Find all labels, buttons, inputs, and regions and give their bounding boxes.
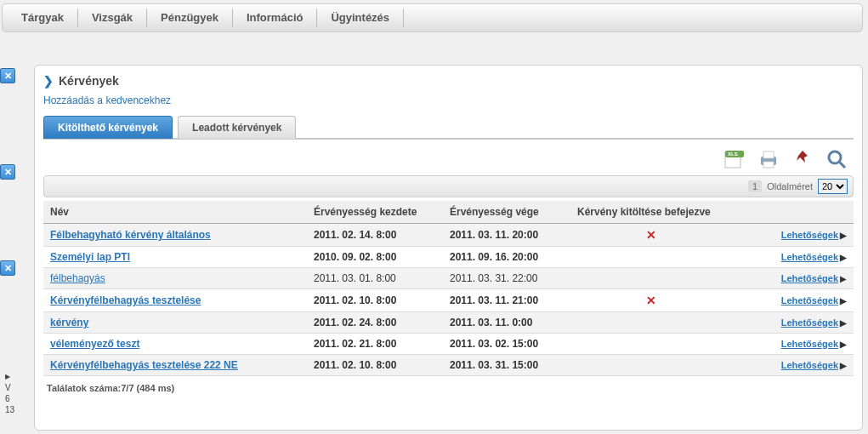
request-name-link[interactable]: Kérvényfélbehagyás tesztelése bbox=[50, 294, 201, 306]
pagesize-select[interactable]: 20 bbox=[818, 179, 848, 194]
main-menu: Tárgyak Vizsgák Pénzügyek Információ Ügy… bbox=[2, 3, 863, 32]
col-done[interactable]: Kérvény kitöltése befejezve bbox=[570, 201, 732, 224]
start-date: 2011. 02. 10. 8:00 bbox=[307, 289, 443, 312]
svg-point-6 bbox=[829, 151, 841, 163]
menu-item[interactable]: Vizsgák bbox=[80, 3, 145, 32]
menu-item[interactable]: Pénzügyek bbox=[149, 3, 230, 32]
row-options-link[interactable]: Lehetőségek bbox=[781, 360, 838, 370]
table-row: kérvény2011. 02. 24. 8:002011. 03. 11. 0… bbox=[43, 312, 854, 334]
toolbar: XLS bbox=[43, 140, 854, 172]
col-opts bbox=[732, 201, 854, 224]
svg-line-7 bbox=[839, 162, 845, 168]
chevron-right-icon: ❯ bbox=[43, 74, 54, 88]
request-name-link[interactable]: kérvény bbox=[50, 317, 88, 328]
row-options-link[interactable]: Lehetőségek bbox=[781, 339, 838, 349]
svg-text:XLS: XLS bbox=[728, 151, 738, 157]
table-row: félbehagyás2011. 03. 01. 8:002011. 03. 3… bbox=[43, 268, 854, 289]
dock-button[interactable]: ✕ bbox=[0, 68, 15, 83]
start-date: 2011. 02. 10. 8:00 bbox=[307, 355, 443, 376]
end-date: 2011. 03. 11. 21:00 bbox=[443, 289, 570, 312]
done-status bbox=[570, 268, 732, 289]
row-options-link[interactable]: Lehetőségek bbox=[781, 295, 838, 306]
tab-fillable[interactable]: Kitölthető kérvények bbox=[43, 116, 173, 139]
done-status bbox=[570, 334, 732, 355]
tabs: Kitölthető kérvények Leadott kérvények bbox=[43, 115, 854, 140]
row-options-link[interactable]: Lehetőségek bbox=[781, 252, 838, 262]
table-row: Kérvényfélbehagyás tesztelése2011. 02. 1… bbox=[43, 289, 854, 312]
add-to-favorites-link[interactable]: Hozzáadás a kedvencekhez bbox=[43, 91, 171, 115]
table-row: véleményező teszt2011. 02. 21. 8:002011.… bbox=[43, 334, 854, 355]
row-options-link[interactable]: Lehetőségek bbox=[781, 230, 838, 240]
request-name-link[interactable]: félbehagyás bbox=[50, 272, 105, 284]
end-date: 2011. 03. 02. 15:00 bbox=[443, 334, 570, 355]
chevron-right-icon: ▶ bbox=[840, 253, 847, 262]
tab-submitted[interactable]: Leadott kérvények bbox=[178, 116, 296, 139]
table-row: Félbehagyható kérvény általános2011. 02.… bbox=[43, 224, 854, 247]
request-name-link[interactable]: Félbehagyható kérvény általános bbox=[50, 229, 211, 241]
chevron-right-icon: ▶ bbox=[840, 318, 847, 328]
row-options-link[interactable]: Lehetőségek bbox=[781, 317, 838, 328]
done-status: ✕ bbox=[570, 289, 732, 312]
row-options-link[interactable]: Lehetőségek bbox=[781, 273, 838, 283]
search-icon[interactable] bbox=[825, 148, 848, 170]
page-title: ❯ Kérvények bbox=[43, 72, 854, 91]
result-count: Találatok száma:7/7 (484 ms) bbox=[43, 376, 854, 393]
end-date: 2011. 03. 31. 15:00 bbox=[443, 355, 570, 376]
menu-item[interactable]: Ügyintézés bbox=[319, 3, 401, 32]
print-icon[interactable] bbox=[757, 148, 780, 170]
start-date: 2011. 02. 14. 8:00 bbox=[307, 224, 443, 247]
start-date: 2011. 02. 21. 8:00 bbox=[307, 334, 443, 355]
menu-item[interactable]: Információ bbox=[235, 3, 315, 32]
page-number: 1 bbox=[748, 180, 762, 192]
side-labels: ▶ V 6 13 bbox=[5, 371, 14, 415]
done-status bbox=[570, 355, 732, 376]
dock-button[interactable]: ✕ bbox=[0, 164, 15, 180]
pin-icon[interactable] bbox=[791, 148, 814, 170]
pagesize-label: Oldalméret bbox=[767, 181, 813, 191]
start-date: 2010. 09. 02. 8:00 bbox=[307, 247, 443, 268]
request-name-link[interactable]: Kérvényfélbehagyás tesztelése 222 NE bbox=[50, 359, 238, 371]
menu-item[interactable]: Tárgyak bbox=[9, 3, 76, 32]
done-status: ✕ bbox=[570, 224, 732, 247]
table-row: Személyi lap PTI2010. 09. 02. 8:002011. … bbox=[43, 247, 854, 268]
start-date: 2011. 02. 24. 8:00 bbox=[307, 312, 443, 334]
chevron-right-icon: ▶ bbox=[840, 340, 847, 349]
chevron-right-icon: ▶ bbox=[840, 274, 847, 283]
done-status bbox=[570, 312, 732, 334]
chevron-right-icon: ▶ bbox=[840, 361, 847, 370]
end-date: 2011. 09. 16. 20:00 bbox=[443, 247, 570, 268]
chevron-right-icon: ▶ bbox=[840, 296, 847, 306]
svg-rect-5 bbox=[763, 162, 774, 168]
requests-panel: ❯ Kérvények Hozzáadás a kedvencekhez Kit… bbox=[34, 65, 863, 431]
end-date: 2011. 03. 31. 22:00 bbox=[443, 268, 570, 289]
end-date: 2011. 03. 11. 20:00 bbox=[443, 224, 570, 247]
table-row: Kérvényfélbehagyás tesztelése 222 NE2011… bbox=[43, 355, 854, 376]
pager: 1 Oldalméret 20 bbox=[43, 175, 854, 197]
start-date: 2011. 03. 01. 8:00 bbox=[307, 268, 443, 289]
dock-button[interactable]: ✕ bbox=[0, 260, 15, 276]
end-date: 2011. 03. 11. 0:00 bbox=[443, 312, 570, 334]
export-xls-icon[interactable]: XLS bbox=[723, 148, 746, 170]
done-status bbox=[570, 247, 732, 268]
svg-rect-4 bbox=[763, 151, 774, 158]
col-name[interactable]: Név bbox=[43, 201, 307, 224]
col-end[interactable]: Érvényesség vége bbox=[443, 201, 570, 224]
col-start[interactable]: Érvényesség kezdete bbox=[307, 201, 443, 224]
requests-table: Név Érvényesség kezdete Érvényesség vége… bbox=[43, 201, 854, 376]
request-name-link[interactable]: Személyi lap PTI bbox=[50, 251, 130, 263]
chevron-right-icon: ▶ bbox=[840, 231, 847, 240]
request-name-link[interactable]: véleményező teszt bbox=[50, 338, 139, 350]
